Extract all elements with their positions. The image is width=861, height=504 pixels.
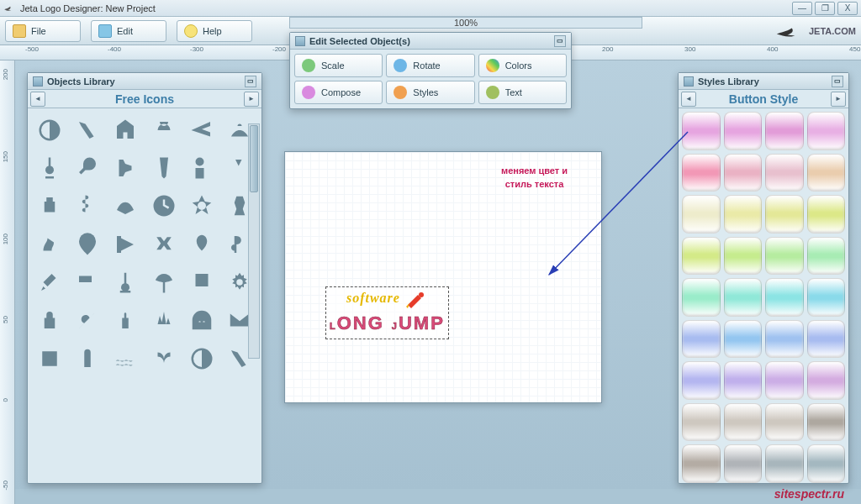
- text-button[interactable]: Text: [478, 81, 567, 104]
- padlock-icon[interactable]: [69, 340, 105, 376]
- style-swatch[interactable]: [807, 112, 846, 150]
- edit-panel-header[interactable]: Edit Selected Object(s) ▭: [290, 33, 571, 50]
- paperclip-icon[interactable]: [183, 226, 219, 262]
- clock-icon[interactable]: [145, 188, 182, 224]
- style-swatch[interactable]: [807, 195, 846, 234]
- window-close-button[interactable]: X: [837, 2, 858, 15]
- scrollbar-thumb[interactable]: [250, 125, 258, 192]
- lock-icon[interactable]: [31, 302, 67, 339]
- style-swatch[interactable]: [807, 154, 846, 192]
- style-swatch[interactable]: [682, 444, 721, 483]
- half-circle-icon[interactable]: [31, 112, 67, 148]
- window-minimize-button[interactable]: —: [792, 2, 812, 15]
- style-swatch[interactable]: [724, 112, 763, 150]
- dart-icon[interactable]: [31, 264, 67, 300]
- style-swatch[interactable]: [765, 112, 804, 150]
- chat-icon[interactable]: [145, 112, 182, 148]
- wrench-icon[interactable]: [69, 302, 105, 339]
- style-swatch[interactable]: [807, 403, 846, 442]
- mask-icon[interactable]: [183, 302, 219, 339]
- scrollbar-vertical[interactable]: [248, 123, 260, 359]
- style-swatch[interactable]: [724, 278, 763, 317]
- plane-icon[interactable]: [183, 112, 219, 148]
- styles-panel-header[interactable]: Styles Library ▭: [679, 73, 848, 90]
- style-swatch[interactable]: [682, 403, 721, 442]
- birdhouse-icon[interactable]: [108, 112, 144, 148]
- objects-panel-header[interactable]: Objects Library ▭: [28, 73, 261, 90]
- style-swatch[interactable]: [807, 320, 846, 359]
- style-swatch[interactable]: [682, 278, 721, 317]
- selected-text-object[interactable]: software Long Jump: [325, 286, 449, 339]
- style-swatch[interactable]: [724, 195, 763, 234]
- rss-icon[interactable]: [145, 340, 182, 376]
- panel-minimize-button[interactable]: ▭: [554, 35, 566, 47]
- category-prev-button[interactable]: ◄: [681, 92, 696, 107]
- category-prev-button[interactable]: ◄: [30, 92, 45, 107]
- umbrella-icon[interactable]: [145, 264, 182, 300]
- footer-link[interactable]: sitespectr.ru: [774, 487, 844, 501]
- paint-roller-icon[interactable]: [69, 264, 105, 300]
- announcement-icon[interactable]: [108, 226, 144, 262]
- style-swatch[interactable]: [765, 361, 804, 400]
- style-swatch[interactable]: [765, 278, 804, 317]
- cocktail-icon[interactable]: [145, 226, 182, 262]
- screw-icon[interactable]: [69, 188, 105, 224]
- edit-objects-panel[interactable]: Edit Selected Object(s) ▭ ScaleRotateCol…: [289, 32, 572, 109]
- category-next-button[interactable]: ►: [244, 92, 259, 107]
- waves-icon[interactable]: [108, 340, 144, 376]
- style-swatch[interactable]: [724, 444, 763, 483]
- style-swatch[interactable]: [682, 320, 721, 359]
- style-swatch[interactable]: [682, 237, 721, 276]
- style-swatch[interactable]: [765, 154, 804, 192]
- file-menu[interactable]: File: [5, 20, 81, 42]
- panel-minimize-button[interactable]: ▭: [832, 76, 843, 87]
- cloud-icon[interactable]: [108, 188, 144, 224]
- style-swatch[interactable]: [807, 444, 846, 483]
- help-menu[interactable]: Help: [177, 20, 252, 42]
- objects-library-panel[interactable]: Objects Library ▭ ◄ Free Icons ►: [27, 72, 262, 484]
- style-swatch[interactable]: [765, 320, 804, 359]
- styles-library-panel[interactable]: Styles Library ▭ ◄ Button Style ►: [678, 72, 849, 484]
- scale-button[interactable]: Scale: [294, 54, 383, 77]
- person-icon[interactable]: [183, 150, 219, 186]
- style-swatch[interactable]: [682, 154, 721, 192]
- flashlight-icon[interactable]: [69, 112, 105, 148]
- compose-button[interactable]: Compose: [294, 81, 383, 104]
- style-swatch[interactable]: [682, 112, 721, 150]
- lightbulb-icon[interactable]: [31, 150, 67, 186]
- location-icon[interactable]: [69, 226, 105, 262]
- zoom-indicator[interactable]: 100%: [289, 17, 642, 29]
- window-maximize-button[interactable]: ❐: [815, 2, 835, 15]
- style-swatch[interactable]: [724, 403, 763, 442]
- megaphone-icon[interactable]: [108, 150, 144, 186]
- style-swatch[interactable]: [807, 278, 846, 317]
- style-swatch[interactable]: [807, 237, 846, 276]
- style-swatch[interactable]: [682, 195, 721, 234]
- half-circle-icon[interactable]: [183, 340, 219, 376]
- category-next-button[interactable]: ►: [831, 92, 846, 107]
- style-swatch[interactable]: [765, 403, 804, 442]
- badge-icon[interactable]: [183, 188, 219, 224]
- edit-menu[interactable]: Edit: [91, 20, 166, 42]
- panel-minimize-button[interactable]: ▭: [245, 76, 256, 87]
- style-swatch[interactable]: [765, 237, 804, 276]
- lamp-icon[interactable]: [31, 226, 67, 262]
- key-icon[interactable]: [69, 150, 105, 186]
- podium-icon[interactable]: [108, 302, 144, 339]
- table-icon[interactable]: [31, 340, 67, 376]
- style-swatch[interactable]: [682, 361, 721, 400]
- microphone-icon[interactable]: [108, 264, 144, 300]
- style-swatch[interactable]: [724, 237, 763, 276]
- road-icon[interactable]: [145, 150, 182, 186]
- style-swatch[interactable]: [724, 361, 763, 400]
- rotate-button[interactable]: Rotate: [386, 54, 474, 77]
- pulse-icon[interactable]: [145, 302, 182, 339]
- frame-icon[interactable]: [183, 264, 219, 300]
- style-swatch[interactable]: [765, 195, 804, 234]
- style-swatch[interactable]: [724, 320, 763, 359]
- style-swatch[interactable]: [765, 444, 804, 483]
- style-swatch[interactable]: [807, 361, 846, 400]
- briefcase-icon[interactable]: [31, 188, 67, 224]
- colors-button[interactable]: Colors: [478, 54, 567, 77]
- styles-button[interactable]: Styles: [386, 81, 474, 104]
